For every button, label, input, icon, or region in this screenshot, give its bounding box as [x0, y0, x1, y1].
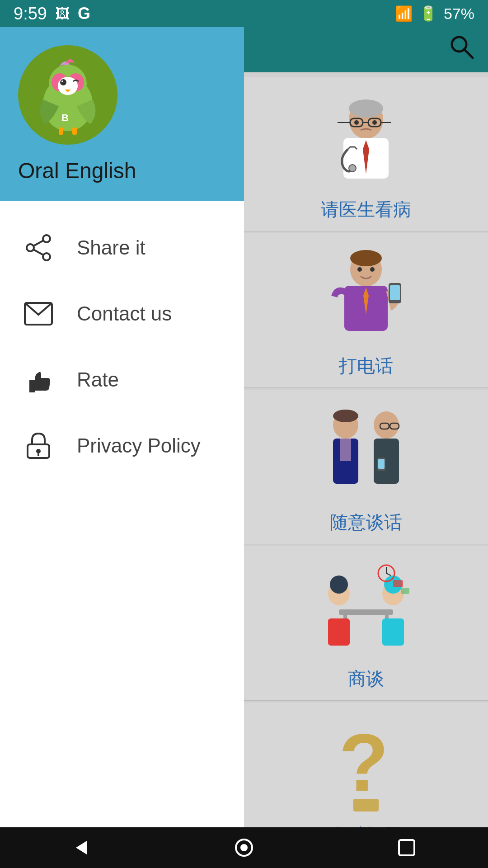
main-content: 请医生看病 [244, 27, 488, 827]
svg-point-36 [357, 267, 362, 272]
phone-illustration [316, 247, 416, 346]
svg-rect-8 [72, 127, 77, 135]
gallery-icon: 🖼 [55, 5, 70, 22]
svg-line-14 [33, 241, 43, 246]
drawer-header: B G Oral English [0, 27, 244, 201]
svg-point-43 [333, 410, 358, 422]
privacy-label: Privacy Policy [77, 434, 201, 457]
drawer-item-share[interactable]: Share it [0, 215, 244, 281]
svg-text:?: ? [339, 718, 389, 808]
category-item-phone[interactable]: 打电话 [244, 233, 488, 388]
category-list: 请医生看病 [244, 72, 488, 827]
app-logo: B G [18, 45, 117, 145]
home-button[interactable] [226, 830, 262, 866]
svg-rect-52 [378, 459, 385, 469]
status-right: 📶 🔋 57% [395, 5, 474, 23]
svg-line-21 [464, 49, 473, 58]
lock-icon [23, 430, 54, 462]
chat-illustration [316, 403, 416, 503]
battery-percent: 57% [444, 5, 474, 23]
nav-bar [0, 827, 488, 868]
svg-point-37 [370, 267, 375, 272]
svg-rect-45 [340, 439, 351, 461]
category-item-doctor[interactable]: 请医生看病 [244, 77, 488, 231]
drawer-menu: Share it Contact us [0, 201, 244, 827]
share-label: Share it [77, 236, 145, 259]
search-button[interactable] [449, 34, 474, 65]
svg-point-12 [27, 244, 34, 251]
thumbsup-icon [23, 364, 54, 396]
recent-button[interactable] [389, 830, 425, 866]
svg-point-4 [58, 77, 78, 95]
app-name: Oral English [18, 158, 226, 183]
question-illustration: ? [316, 716, 416, 816]
doctor-label: 请医生看病 [321, 197, 411, 222]
category-item-question[interactable]: ? 多种问题 [244, 703, 488, 827]
category-item-chat[interactable]: 随意谈话 [244, 390, 488, 544]
svg-rect-41 [390, 285, 400, 300]
envelope-icon [23, 298, 54, 330]
negotiate-label: 商谈 [348, 666, 384, 691]
status-left: 9:59 🖼 G [14, 4, 90, 24]
contact-label: Contact us [77, 302, 172, 325]
negotiate-illustration [316, 560, 416, 659]
back-button[interactable] [63, 830, 99, 866]
status-time: 9:59 [14, 4, 47, 24]
drawer-item-privacy[interactable]: Privacy Policy [0, 413, 244, 479]
share-icon [23, 232, 54, 264]
svg-marker-69 [76, 841, 87, 854]
main-toolbar [244, 27, 488, 72]
svg-rect-61 [382, 618, 404, 646]
svg-point-30 [372, 120, 377, 125]
svg-point-29 [354, 120, 359, 125]
status-bar: 9:59 🖼 G 📶 🔋 57% [0, 0, 488, 27]
svg-text:G: G [72, 113, 80, 123]
svg-rect-66 [401, 588, 409, 594]
svg-rect-7 [59, 127, 63, 135]
google-icon: G [78, 4, 90, 23]
category-item-negotiate[interactable]: 商谈 [244, 546, 488, 701]
wifi-icon: 📶 [395, 5, 413, 22]
question-label: 多种问题 [330, 823, 402, 827]
drawer-item-contact[interactable]: Contact us [0, 281, 244, 347]
svg-rect-68 [353, 799, 379, 811]
svg-line-64 [386, 573, 391, 576]
svg-rect-53 [339, 609, 393, 615]
svg-text:B: B [61, 112, 69, 123]
logo-svg: B G [27, 54, 108, 136]
svg-point-6 [61, 80, 63, 82]
svg-point-71 [240, 844, 248, 851]
rate-label: Rate [77, 368, 119, 391]
svg-point-18 [36, 449, 41, 453]
doctor-illustration [316, 90, 416, 190]
chat-label: 随意谈话 [330, 510, 402, 535]
app-container: B G Oral English [0, 27, 488, 827]
drawer-item-rate[interactable]: Rate [0, 347, 244, 413]
battery-icon: 🔋 [419, 5, 437, 22]
svg-rect-65 [393, 580, 403, 587]
svg-point-46 [374, 411, 399, 439]
drawer: B G Oral English [0, 27, 244, 827]
svg-rect-72 [399, 840, 414, 855]
svg-point-35 [350, 250, 382, 266]
phone-label: 打电话 [339, 354, 393, 378]
svg-point-13 [43, 253, 50, 260]
svg-point-5 [60, 79, 66, 85]
svg-point-33 [349, 165, 356, 172]
svg-point-11 [43, 235, 50, 242]
svg-line-15 [33, 250, 43, 255]
svg-rect-58 [328, 618, 350, 646]
svg-point-23 [349, 99, 383, 118]
svg-point-57 [330, 576, 348, 594]
